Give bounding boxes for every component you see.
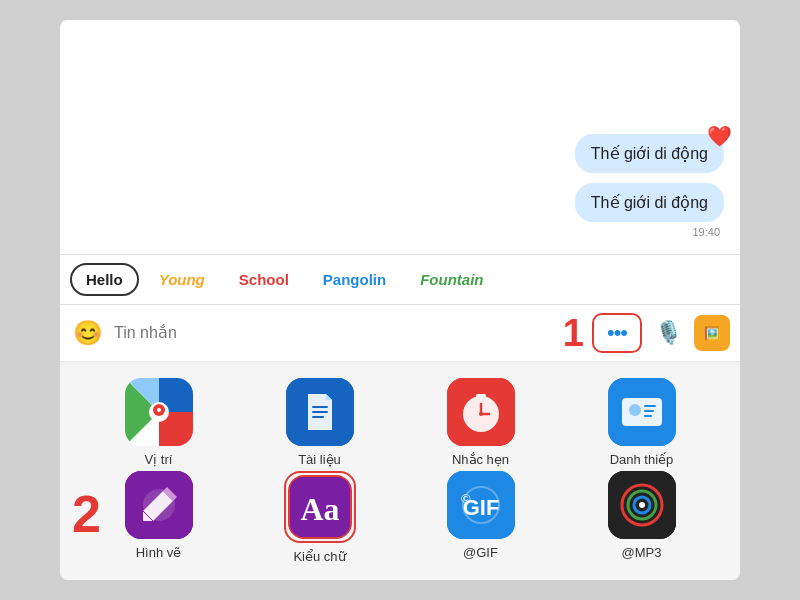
app-document[interactable]: Tài liệu xyxy=(241,378,398,467)
app-contact[interactable]: Danh thiếp xyxy=(563,378,720,467)
mp3-label: @MP3 xyxy=(622,545,662,560)
app-gif[interactable]: GIF © @GIF xyxy=(402,471,559,564)
draw-icon xyxy=(125,471,193,539)
contact-label: Danh thiếp xyxy=(610,452,674,467)
app-location[interactable]: Vị trí xyxy=(80,378,237,467)
svg-point-14 xyxy=(479,412,483,416)
fontstyle-icon: Aa xyxy=(288,475,352,539)
input-bar: 😊 1 ••• 🎙️ 🖼️ xyxy=(60,305,740,362)
app-draw[interactable]: 2 Hình vẽ xyxy=(80,471,237,564)
svg-rect-6 xyxy=(312,411,328,413)
mp3-icon xyxy=(608,471,676,539)
more-button[interactable]: ••• xyxy=(592,313,642,353)
image-icon: 🖼️ xyxy=(704,326,721,341)
svg-rect-5 xyxy=(312,406,328,408)
fontstyle-label: Kiểu chữ xyxy=(293,549,345,564)
svg-rect-20 xyxy=(644,415,652,417)
phone-screen: Thế giới di động ❤️ Thế giới di động 19:… xyxy=(60,20,740,580)
gif-icon: GIF © xyxy=(447,471,515,539)
document-label: Tài liệu xyxy=(298,452,341,467)
svg-point-34 xyxy=(639,502,645,508)
svg-text:Aa: Aa xyxy=(300,492,339,527)
svg-text:©: © xyxy=(461,491,471,506)
emoji-button[interactable]: 😊 xyxy=(70,315,106,351)
location-icon xyxy=(125,378,193,446)
contact-icon xyxy=(608,378,676,446)
message-time: 19:40 xyxy=(692,226,724,238)
app-grid: Vị trí Tài liệu xyxy=(60,362,740,580)
draw-label: Hình vẽ xyxy=(136,545,182,560)
more-dots-icon: ••• xyxy=(607,320,627,346)
svg-rect-7 xyxy=(312,416,324,418)
tab-hello[interactable]: Hello xyxy=(70,263,139,296)
svg-rect-16 xyxy=(622,398,662,426)
message-text-2: Thế giới di động xyxy=(591,194,708,211)
app-reminder[interactable]: Nhắc hẹn xyxy=(402,378,559,467)
image-button[interactable]: 🖼️ xyxy=(694,315,730,351)
font-tabs: Hello Young School Pangolin Fountain xyxy=(60,254,740,305)
reminder-icon xyxy=(447,378,515,446)
tab-school[interactable]: School xyxy=(225,265,303,294)
reminder-label: Nhắc hẹn xyxy=(452,452,509,467)
location-label: Vị trí xyxy=(145,452,173,467)
svg-rect-18 xyxy=(644,405,656,407)
svg-rect-11 xyxy=(476,394,486,397)
step-1-label: 1 xyxy=(563,314,584,352)
app-fontstyle[interactable]: Aa Kiểu chữ xyxy=(241,471,398,564)
message-bubble-2: Thế giới di động xyxy=(575,183,724,222)
tab-young[interactable]: Young xyxy=(145,265,219,294)
mic-button[interactable]: 🎙️ xyxy=(650,315,686,351)
emoji-icon: 😊 xyxy=(73,319,103,347)
document-icon xyxy=(286,378,354,446)
heart-icon: ❤️ xyxy=(707,124,732,148)
message-text-1: Thế giới di động xyxy=(591,145,708,162)
svg-point-3 xyxy=(157,408,161,412)
svg-rect-19 xyxy=(644,410,654,412)
tab-pangolin[interactable]: Pangolin xyxy=(309,265,400,294)
app-mp3[interactable]: @MP3 xyxy=(563,471,720,564)
tab-fountain[interactable]: Fountain xyxy=(406,265,497,294)
chat-area: Thế giới di động ❤️ Thế giới di động 19:… xyxy=(60,20,740,254)
mic-icon: 🎙️ xyxy=(655,320,682,346)
message-input[interactable] xyxy=(114,324,555,342)
gif-label: @GIF xyxy=(463,545,498,560)
svg-point-17 xyxy=(629,404,641,416)
message-bubble-1: Thế giới di động ❤️ xyxy=(575,134,724,173)
step-2-label: 2 xyxy=(72,488,101,540)
